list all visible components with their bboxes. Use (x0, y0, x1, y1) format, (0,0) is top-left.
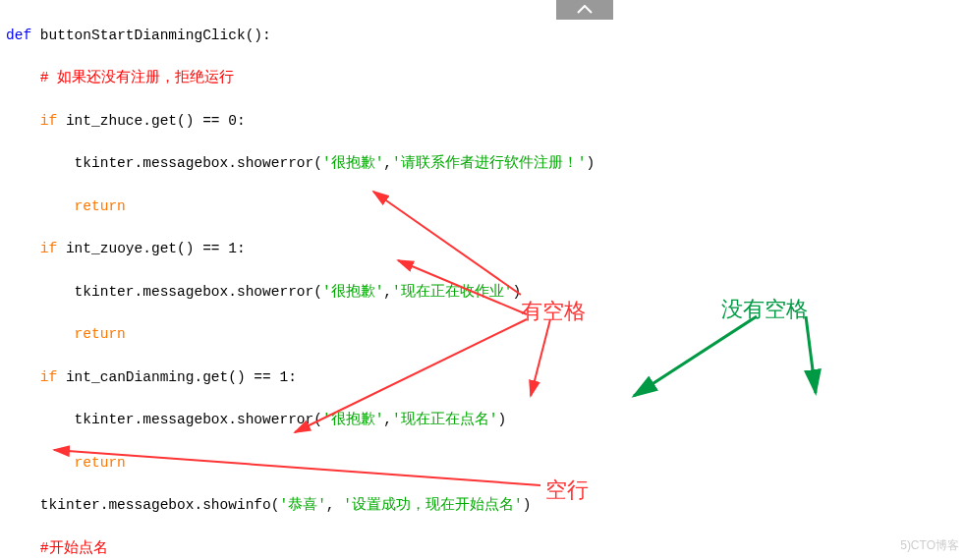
comment: # 如果还没有注册，拒绝运行 (6, 70, 234, 85)
keyword-if: if (6, 113, 66, 129)
collapse-up-button[interactable] (556, 0, 613, 20)
code-block: def buttonStartDianmingClick(): # 如果还没有注… (0, 0, 965, 560)
annotation-blank-line: 空行 (545, 474, 589, 506)
watermark: 5)CTO博客 (900, 536, 959, 554)
keyword-return: return (6, 198, 126, 214)
annotation-no-space: 没有空格 (721, 293, 808, 325)
chevron-up-icon (577, 5, 593, 15)
annotation-with-space: 有空格 (521, 295, 586, 327)
keyword-def: def (6, 28, 40, 43)
